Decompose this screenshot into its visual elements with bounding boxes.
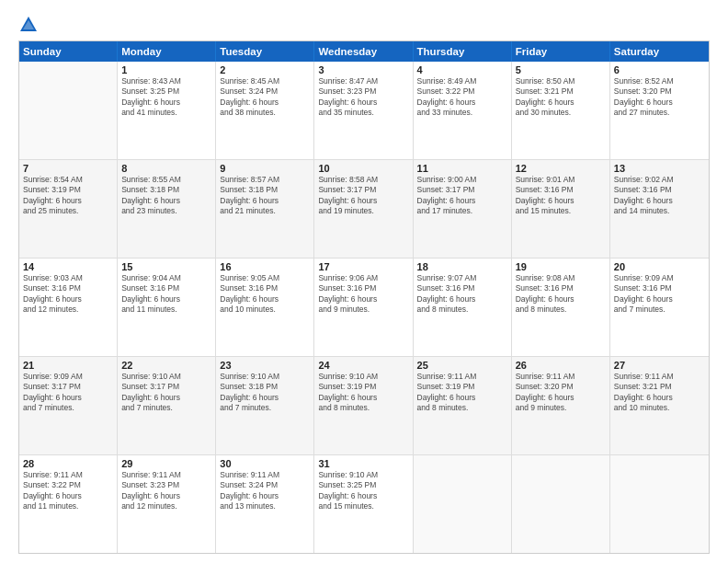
calendar-body: 1Sunrise: 8:43 AMSunset: 3:25 PMDaylight… <box>19 62 709 553</box>
cell-info-text: Sunrise: 8:50 AMSunset: 3:21 PMDaylight:… <box>516 76 606 119</box>
calendar-cell: 4Sunrise: 8:49 AMSunset: 3:22 PMDaylight… <box>414 62 512 159</box>
cell-date-number: 12 <box>516 163 606 174</box>
cell-info-text: Sunrise: 9:01 AMSunset: 3:16 PMDaylight:… <box>516 175 606 217</box>
cell-info-text: Sunrise: 9:03 AMSunset: 3:16 PMDaylight:… <box>23 273 113 316</box>
calendar-week-row: 28Sunrise: 9:11 AMSunset: 3:22 PMDayligh… <box>19 455 709 553</box>
cell-info-text: Sunrise: 8:57 AMSunset: 3:18 PMDaylight:… <box>220 175 310 217</box>
cell-info-text: Sunrise: 9:10 AMSunset: 3:19 PMDaylight:… <box>318 372 408 414</box>
cell-info-text: Sunrise: 9:07 AMSunset: 3:16 PMDaylight:… <box>417 273 507 316</box>
calendar-cell: 6Sunrise: 8:52 AMSunset: 3:20 PMDaylight… <box>610 62 709 159</box>
calendar-cell: 3Sunrise: 8:47 AMSunset: 3:23 PMDaylight… <box>314 62 413 159</box>
calendar-cell: 20Sunrise: 9:09 AMSunset: 3:16 PMDayligh… <box>610 259 709 356</box>
cell-date-number: 7 <box>23 163 113 174</box>
cell-info-text: Sunrise: 8:49 AMSunset: 3:22 PMDaylight:… <box>417 76 507 119</box>
cell-date-number: 3 <box>318 64 408 75</box>
cell-info-text: Sunrise: 8:45 AMSunset: 3:24 PMDaylight:… <box>220 76 310 119</box>
cell-date-number: 18 <box>417 261 507 272</box>
cell-date-number: 28 <box>23 458 113 469</box>
calendar-cell: 16Sunrise: 9:05 AMSunset: 3:16 PMDayligh… <box>216 259 314 356</box>
calendar-cell: 13Sunrise: 9:02 AMSunset: 3:16 PMDayligh… <box>610 160 709 258</box>
cell-date-number: 20 <box>614 261 705 272</box>
calendar-week-row: 1Sunrise: 8:43 AMSunset: 3:25 PMDaylight… <box>19 62 709 160</box>
cell-info-text: Sunrise: 9:11 AMSunset: 3:20 PMDaylight:… <box>516 372 606 414</box>
cell-info-text: Sunrise: 8:52 AMSunset: 3:20 PMDaylight:… <box>614 76 705 119</box>
calendar-cell: 28Sunrise: 9:11 AMSunset: 3:22 PMDayligh… <box>19 455 118 553</box>
cell-date-number: 10 <box>318 163 408 174</box>
cell-info-text: Sunrise: 9:05 AMSunset: 3:16 PMDaylight:… <box>220 273 310 316</box>
cell-info-text: Sunrise: 8:55 AMSunset: 3:18 PMDaylight:… <box>121 175 211 217</box>
calendar-header-cell: Thursday <box>414 41 512 62</box>
cell-date-number: 5 <box>516 64 606 75</box>
calendar-cell: 17Sunrise: 9:06 AMSunset: 3:16 PMDayligh… <box>314 259 413 356</box>
calendar-cell: 30Sunrise: 9:11 AMSunset: 3:24 PMDayligh… <box>216 455 314 553</box>
cell-date-number: 22 <box>121 360 211 371</box>
cell-date-number: 4 <box>417 64 507 75</box>
calendar-cell: 9Sunrise: 8:57 AMSunset: 3:18 PMDaylight… <box>216 160 314 258</box>
calendar-cell: 25Sunrise: 9:11 AMSunset: 3:19 PMDayligh… <box>414 357 512 454</box>
cell-info-text: Sunrise: 9:02 AMSunset: 3:16 PMDaylight:… <box>614 175 705 217</box>
cell-info-text: Sunrise: 8:47 AMSunset: 3:23 PMDaylight:… <box>318 76 408 119</box>
calendar-week-row: 21Sunrise: 9:09 AMSunset: 3:17 PMDayligh… <box>19 357 709 455</box>
cell-date-number: 8 <box>121 163 211 174</box>
calendar-cell: 23Sunrise: 9:10 AMSunset: 3:18 PMDayligh… <box>216 357 314 454</box>
calendar-header-cell: Tuesday <box>216 41 314 62</box>
logo-icon <box>18 15 39 35</box>
cell-info-text: Sunrise: 9:11 AMSunset: 3:22 PMDaylight:… <box>23 470 113 512</box>
calendar-header-cell: Wednesday <box>314 41 413 62</box>
cell-info-text: Sunrise: 8:54 AMSunset: 3:19 PMDaylight:… <box>23 175 113 217</box>
calendar-week-row: 14Sunrise: 9:03 AMSunset: 3:16 PMDayligh… <box>19 259 709 357</box>
cell-date-number: 2 <box>220 64 310 75</box>
calendar-cell: 31Sunrise: 9:10 AMSunset: 3:25 PMDayligh… <box>314 455 413 553</box>
calendar-header-cell: Saturday <box>610 41 709 62</box>
cell-info-text: Sunrise: 9:10 AMSunset: 3:18 PMDaylight:… <box>220 372 310 414</box>
cell-date-number: 25 <box>417 360 507 371</box>
calendar-cell <box>19 62 118 159</box>
calendar-cell <box>512 455 610 553</box>
calendar-cell: 10Sunrise: 8:58 AMSunset: 3:17 PMDayligh… <box>314 160 413 258</box>
cell-info-text: Sunrise: 9:06 AMSunset: 3:16 PMDaylight:… <box>318 273 408 316</box>
calendar-cell: 26Sunrise: 9:11 AMSunset: 3:20 PMDayligh… <box>512 357 610 454</box>
cell-date-number: 15 <box>121 261 211 272</box>
cell-info-text: Sunrise: 9:10 AMSunset: 3:17 PMDaylight:… <box>121 372 211 414</box>
calendar-cell: 5Sunrise: 8:50 AMSunset: 3:21 PMDaylight… <box>512 62 610 159</box>
cell-date-number: 23 <box>220 360 310 371</box>
cell-info-text: Sunrise: 9:09 AMSunset: 3:16 PMDaylight:… <box>614 273 705 316</box>
calendar-cell: 11Sunrise: 9:00 AMSunset: 3:17 PMDayligh… <box>414 160 512 258</box>
calendar-header-cell: Monday <box>118 41 216 62</box>
cell-date-number: 19 <box>516 261 606 272</box>
cell-info-text: Sunrise: 8:43 AMSunset: 3:25 PMDaylight:… <box>121 76 211 119</box>
cell-info-text: Sunrise: 9:08 AMSunset: 3:16 PMDaylight:… <box>516 273 606 316</box>
cell-date-number: 11 <box>417 163 507 174</box>
calendar-cell: 15Sunrise: 9:04 AMSunset: 3:16 PMDayligh… <box>118 259 216 356</box>
calendar-cell: 8Sunrise: 8:55 AMSunset: 3:18 PMDaylight… <box>118 160 216 258</box>
cell-info-text: Sunrise: 9:11 AMSunset: 3:21 PMDaylight:… <box>614 372 705 414</box>
cell-info-text: Sunrise: 9:11 AMSunset: 3:24 PMDaylight:… <box>220 470 310 512</box>
cell-info-text: Sunrise: 9:09 AMSunset: 3:17 PMDaylight:… <box>23 372 113 414</box>
calendar-cell: 21Sunrise: 9:09 AMSunset: 3:17 PMDayligh… <box>19 357 118 454</box>
logo <box>18 15 42 35</box>
cell-info-text: Sunrise: 9:11 AMSunset: 3:23 PMDaylight:… <box>121 470 211 512</box>
calendar-header-cell: Friday <box>512 41 610 62</box>
cell-date-number: 13 <box>614 163 705 174</box>
calendar-cell <box>610 455 709 553</box>
calendar-cell <box>414 455 512 553</box>
cell-date-number: 26 <box>516 360 606 371</box>
calendar-cell: 1Sunrise: 8:43 AMSunset: 3:25 PMDaylight… <box>118 62 216 159</box>
calendar-cell: 2Sunrise: 8:45 AMSunset: 3:24 PMDaylight… <box>216 62 314 159</box>
header <box>18 15 710 35</box>
cell-info-text: Sunrise: 9:04 AMSunset: 3:16 PMDaylight:… <box>121 273 211 316</box>
calendar-week-row: 7Sunrise: 8:54 AMSunset: 3:19 PMDaylight… <box>19 160 709 259</box>
cell-date-number: 21 <box>23 360 113 371</box>
calendar-cell: 29Sunrise: 9:11 AMSunset: 3:23 PMDayligh… <box>118 455 216 553</box>
calendar-cell: 19Sunrise: 9:08 AMSunset: 3:16 PMDayligh… <box>512 259 610 356</box>
calendar-header-row: SundayMondayTuesdayWednesdayThursdayFrid… <box>19 41 709 62</box>
calendar-cell: 27Sunrise: 9:11 AMSunset: 3:21 PMDayligh… <box>610 357 709 454</box>
cell-date-number: 29 <box>121 458 211 469</box>
calendar-cell: 18Sunrise: 9:07 AMSunset: 3:16 PMDayligh… <box>414 259 512 356</box>
cell-date-number: 9 <box>220 163 310 174</box>
cell-date-number: 1 <box>121 64 211 75</box>
cell-info-text: Sunrise: 9:10 AMSunset: 3:25 PMDaylight:… <box>318 470 408 512</box>
cell-date-number: 16 <box>220 261 310 272</box>
calendar-cell: 24Sunrise: 9:10 AMSunset: 3:19 PMDayligh… <box>314 357 413 454</box>
cell-info-text: Sunrise: 9:11 AMSunset: 3:19 PMDaylight:… <box>417 372 507 414</box>
